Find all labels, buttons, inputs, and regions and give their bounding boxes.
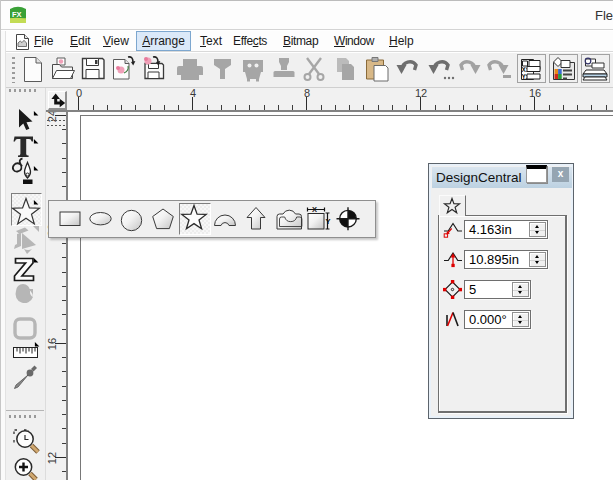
svg-text:Y: Y <box>326 217 331 226</box>
svg-text:FX: FX <box>12 10 22 19</box>
svg-text:X: X <box>312 205 317 214</box>
